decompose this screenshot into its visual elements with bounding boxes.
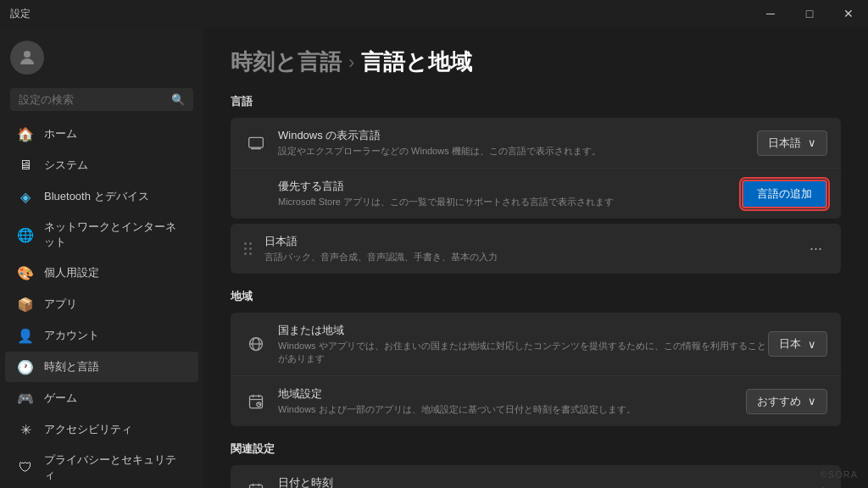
sidebar-item-label: システム — [44, 158, 88, 173]
language-section-title: 言語 — [231, 94, 841, 109]
network-icon: 🌐 — [17, 226, 34, 243]
sidebar-item-accounts[interactable]: 👤 アカウント — [5, 320, 198, 351]
japanese-lang-card: 日本語 言語パック、音声合成、音声認識、手書き、基本の入力 ··· — [231, 224, 841, 274]
sidebar-item-label: ネットワークとインターネット — [44, 219, 186, 250]
system-icon: 🖥 — [17, 157, 34, 174]
sidebar-item-label: ホーム — [44, 126, 77, 141]
sidebar-item-label: プライバシーとセキュリティ — [44, 452, 186, 483]
country-value: 日本 — [779, 336, 801, 352]
datetime-title: 日付と時刻 — [278, 475, 822, 488]
related-section-title: 関連設定 — [231, 441, 841, 457]
datetime-chevron-icon: › — [822, 481, 827, 488]
sidebar-item-label: ゲーム — [44, 391, 77, 406]
sidebar-item-label: 個人用設定 — [44, 265, 99, 280]
country-text: 国または地域 Windows やアプリでは、お住まいの国または地域に対応したコン… — [278, 323, 768, 365]
chevron-down-icon: ∨ — [808, 136, 816, 149]
display-lang-subtitle: 設定やエクスプローラーなどの Windows 機能は、この言語で表示されます。 — [278, 145, 757, 158]
sidebar-item-personalization[interactable]: 🎨 個人用設定 — [5, 258, 198, 288]
datetime-row[interactable]: 日付と時刻 タイム ゾーン、時計の自動設定、予定表の表示 › — [231, 465, 841, 488]
country-icon — [244, 332, 268, 356]
accessibility-icon: ✳ — [17, 421, 34, 438]
nav-list: 🏠 ホーム 🖥 システム ◈ Bluetooth とデバイス 🌐 ネットワークと… — [0, 118, 203, 488]
sidebar-item-system[interactable]: 🖥 システム — [5, 150, 198, 180]
related-card: 日付と時刻 タイム ゾーン、時計の自動設定、予定表の表示 › 入力 — [231, 465, 841, 488]
preferred-lang-text: 優先する言語 Microsoft Store アプリは、この一覧で最初にサポート… — [278, 179, 742, 208]
regional-format-dropdown[interactable]: おすすめ ∨ — [746, 389, 827, 414]
titlebar-title: 設定 — [10, 7, 31, 21]
chevron-down-icon: ∨ — [808, 338, 816, 351]
search-input[interactable] — [19, 93, 164, 106]
breadcrumb-sep: › — [348, 52, 354, 74]
sidebar-item-label: アクセシビリティ — [44, 422, 132, 437]
datetime-text: 日付と時刻 タイム ゾーン、時計の自動設定、予定表の表示 — [278, 475, 822, 488]
sidebar-item-network[interactable]: 🌐 ネットワークとインターネット — [5, 213, 198, 257]
sidebar-item-label: アプリ — [44, 297, 77, 312]
display-lang-value: 日本語 — [768, 136, 801, 151]
close-button[interactable]: ✕ — [829, 0, 868, 27]
watermark: ©SORA — [821, 469, 858, 480]
bluetooth-icon: ◈ — [17, 188, 34, 205]
japanese-lang-title: 日本語 — [264, 234, 804, 249]
country-dropdown[interactable]: 日本 ∨ — [768, 331, 827, 357]
preferred-lang-spacer — [244, 182, 268, 206]
datetime-icon — [244, 479, 268, 489]
main-content: 時刻と言語 › 言語と地域 言語 Windows の表示言語 設 — [203, 27, 868, 488]
language-card: Windows の表示言語 設定やエクスプローラーなどの Windows 機能は… — [231, 118, 841, 219]
user-name — [54, 51, 105, 65]
sidebar-item-accessibility[interactable]: ✳ アクセシビリティ — [5, 414, 198, 445]
search-box[interactable]: 🔍 — [10, 88, 193, 111]
sidebar-item-bluetooth[interactable]: ◈ Bluetooth とデバイス — [5, 181, 198, 212]
drag-handle[interactable] — [244, 242, 258, 255]
sidebar-item-label: 時刻と言語 — [44, 359, 99, 374]
regional-format-value: おすすめ — [757, 394, 801, 409]
country-title: 国または地域 — [278, 323, 768, 338]
japanese-lang-subtitle: 言語パック、音声合成、音声認識、手書き、基本の入力 — [264, 251, 804, 263]
maximize-button[interactable]: □ — [790, 0, 829, 27]
regional-format-subtitle: Windows および一部のアプリは、地域設定に基づいて日付と時刻を書式設定しま… — [278, 403, 746, 416]
titlebar: 設定 ─ □ ✕ — [0, 0, 868, 27]
breadcrumb-parent[interactable]: 時刻と言語 — [231, 47, 342, 77]
titlebar-controls: ─ □ ✕ — [751, 0, 868, 27]
sidebar-item-gaming[interactable]: 🎮 ゲーム — [5, 383, 198, 413]
sidebar-item-label: Bluetooth とデバイス — [44, 189, 149, 204]
regional-format-text: 地域設定 Windows および一部のアプリは、地域設定に基づいて日付と時刻を書… — [278, 386, 746, 416]
sidebar-item-home[interactable]: 🏠 ホーム — [5, 119, 198, 149]
user-section — [0, 34, 203, 88]
display-lang-text: Windows の表示言語 設定やエクスプローラーなどの Windows 機能は… — [278, 128, 757, 158]
japanese-lang-row: 日本語 言語パック、音声合成、音声認識、手書き、基本の入力 ··· — [231, 224, 841, 274]
add-language-button[interactable]: 言語の追加 — [742, 180, 827, 208]
sidebar-item-label: アカウント — [44, 328, 99, 343]
gaming-icon: 🎮 — [17, 390, 34, 407]
preferred-lang-subtitle: Microsoft Store アプリは、この一覧で最初にサポートされる言語で表… — [278, 196, 742, 208]
display-lang-dropdown[interactable]: 日本語 ∨ — [757, 130, 827, 156]
minimize-button[interactable]: ─ — [751, 0, 790, 27]
accounts-icon: 👤 — [17, 327, 34, 344]
region-section-title: 地域 — [231, 289, 841, 304]
regional-format-icon — [244, 390, 268, 413]
japanese-lang-more-button[interactable]: ··· — [804, 238, 827, 259]
preferred-lang-action: 言語の追加 — [742, 180, 827, 208]
privacy-icon: 🛡 — [17, 459, 34, 476]
sidebar-item-time-language[interactable]: 🕐 時刻と言語 — [5, 352, 198, 382]
search-icon: 🔍 — [171, 93, 185, 106]
sidebar-item-privacy[interactable]: 🛡 プライバシーとセキュリティ — [5, 446, 198, 488]
personalization-icon: 🎨 — [17, 264, 34, 281]
home-icon: 🏠 — [17, 125, 34, 142]
japanese-lang-text: 日本語 言語パック、音声合成、音声認識、手書き、基本の入力 — [264, 234, 804, 263]
country-subtitle: Windows やアプリでは、お住まいの国または地域に対応したコンテンツを提供す… — [278, 340, 768, 365]
display-lang-icon — [244, 131, 268, 155]
regional-format-row: 地域設定 Windows および一部のアプリは、地域設定に基づいて日付と時刻を書… — [231, 376, 841, 426]
region-card: 国または地域 Windows やアプリでは、お住まいの国または地域に対応したコン… — [231, 313, 841, 426]
regional-format-action: おすすめ ∨ — [746, 389, 827, 414]
preferred-lang-row: 優先する言語 Microsoft Store アプリは、この一覧で最初にサポート… — [231, 169, 841, 219]
time-language-icon: 🕐 — [17, 358, 34, 375]
avatar — [10, 41, 44, 75]
display-lang-action: 日本語 ∨ — [757, 130, 827, 156]
sidebar-item-apps[interactable]: 📦 アプリ — [5, 289, 198, 319]
breadcrumb: 時刻と言語 › 言語と地域 — [231, 47, 841, 77]
svg-point-0 — [24, 51, 31, 58]
sidebar: 🔍 🏠 ホーム 🖥 システム ◈ Bluetooth とデバイス 🌐 ネットワー… — [0, 27, 203, 488]
display-language-row: Windows の表示言語 設定やエクスプローラーなどの Windows 機能は… — [231, 118, 841, 169]
chevron-down-icon: ∨ — [808, 395, 816, 408]
svg-rect-1 — [249, 137, 264, 147]
